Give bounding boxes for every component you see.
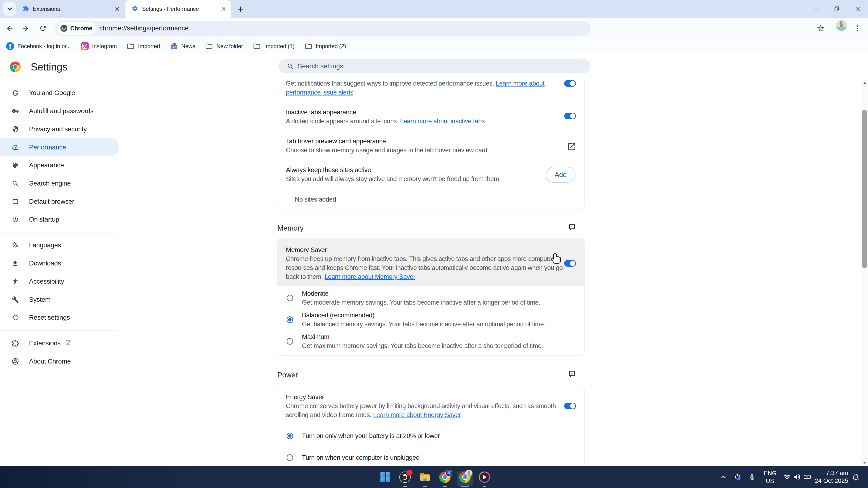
performance-alerts-toggle[interactable]: [564, 80, 576, 87]
settings-header: Settings Search settings: [0, 54, 868, 80]
battery-20-percent-radio[interactable]: [286, 432, 293, 439]
memory-feedback-button[interactable]: [568, 224, 576, 232]
bookmark-imported-1[interactable]: Imported (1): [253, 42, 294, 50]
back-arrow-icon: [6, 24, 14, 32]
search-placeholder: Search settings: [298, 63, 343, 70]
address-bar[interactable]: Chrome chrome://settings/performance: [55, 21, 591, 36]
memory-balanced-radio[interactable]: [286, 316, 293, 323]
bookmark-page-button[interactable]: [816, 24, 825, 33]
back-button[interactable]: [5, 24, 14, 33]
chrome-window: Extensions Settings - Performance: [0, 0, 868, 488]
reset-icon: [12, 314, 19, 321]
maximize-button[interactable]: [827, 0, 847, 18]
tab-settings-performance[interactable]: Settings - Performance: [125, 0, 231, 18]
add-site-button[interactable]: Add: [546, 167, 576, 183]
bookmark-new-folder[interactable]: New folder: [205, 42, 243, 50]
sidebar-item-about-chrome[interactable]: About Chrome: [0, 352, 119, 370]
tab-extensions[interactable]: Extensions: [18, 0, 124, 18]
learn-more-memory-saver-link[interactable]: Learn more about Memory Saver: [324, 273, 415, 280]
learn-more-inactive-tabs-link[interactable]: Learn more about inactive tabs: [400, 118, 485, 125]
tray-wifi-icon-button[interactable]: [783, 473, 791, 481]
power-section-heading: Power: [277, 370, 298, 380]
reload-button[interactable]: [38, 24, 48, 33]
sidebar-item-performance[interactable]: Performance: [0, 138, 119, 156]
learn-more-energy-saver-link[interactable]: Learn more about Energy Saver: [373, 412, 461, 418]
tray-clock[interactable]: 7:37 am 24 Oct 2025: [811, 469, 848, 485]
bookmark-instagram[interactable]: Instagram: [81, 42, 117, 50]
sidebar-item-extensions[interactable]: Extensions: [0, 334, 119, 352]
tab-search-button[interactable]: [3, 2, 16, 16]
radio-description: Get maximum memory savings. Your tabs be…: [302, 341, 543, 350]
page-title: Settings: [31, 54, 67, 80]
sidebar-item-reset-settings[interactable]: Reset settings: [0, 308, 119, 326]
tab-close-icon[interactable]: [219, 4, 228, 14]
forward-button[interactable]: [21, 24, 30, 33]
scrollbar-up-arrow[interactable]: [863, 82, 866, 85]
taskbar-obs-studio[interactable]: [399, 471, 411, 483]
minimize-button[interactable]: [806, 0, 827, 18]
bookmark-imported[interactable]: Imported: [127, 42, 160, 50]
taskbar-chrome-profile-2[interactable]: [459, 471, 470, 483]
folder-icon: [127, 42, 135, 50]
bookmark-facebook[interactable]: Facebook - log in or...: [6, 42, 71, 50]
chrome-logo: [10, 62, 21, 73]
sidebar-item-system[interactable]: System: [0, 290, 119, 308]
tray-sync-icon-button[interactable]: [733, 473, 742, 481]
inactive-tabs-toggle[interactable]: [564, 113, 576, 119]
radio-label: Turn on when your computer is unplugged: [302, 453, 420, 462]
tray-battery-icon-button[interactable]: [803, 473, 812, 481]
profile-avatar[interactable]: [836, 20, 847, 31]
tray-microphone-icon-button[interactable]: [748, 473, 756, 481]
taskbar-media-player[interactable]: [479, 471, 490, 483]
energy-saver-toggle[interactable]: [564, 403, 576, 409]
close-window-button[interactable]: [847, 0, 868, 18]
scrollbar[interactable]: [861, 80, 868, 466]
tab-hover-external-link-button[interactable]: [567, 142, 577, 152]
browser-menu-button[interactable]: [853, 24, 862, 33]
sidebar-divider: [0, 330, 119, 330]
scrollbar-thumb[interactable]: [862, 110, 867, 268]
memory-moderate-radio[interactable]: [286, 295, 293, 301]
sidebar-item-default-browser[interactable]: Default browser: [0, 192, 119, 210]
taskbar-start-button[interactable]: [380, 471, 391, 483]
computer-unplugged-radio[interactable]: [286, 454, 293, 461]
taskbar: ENG US 7:37 am 24 Oct 2025 z: [0, 466, 868, 488]
sidebar-item-privacy[interactable]: Privacy and security: [0, 120, 119, 138]
tray-show-hidden-icons-button[interactable]: [719, 473, 728, 481]
tab-strip: Extensions Settings - Performance: [0, 0, 868, 18]
sidebar-item-languages[interactable]: Languages: [0, 236, 119, 254]
recording-badge: [406, 469, 412, 476]
site-chip[interactable]: Chrome: [57, 22, 96, 35]
taskbar-file-explorer[interactable]: [420, 471, 431, 483]
settings-search-box[interactable]: Search settings: [278, 59, 590, 73]
tray-volume-icon-button[interactable]: [793, 473, 802, 481]
sidebar-item-you-and-google[interactable]: G You and Google: [0, 84, 119, 102]
avatar-image: [836, 20, 847, 31]
sidebar-item-appearance[interactable]: Appearance: [0, 156, 119, 174]
tray-notifications-button[interactable]: z: [851, 473, 860, 481]
tab-close-icon[interactable]: [113, 4, 122, 14]
sidebar-item-accessibility[interactable]: Accessibility: [0, 272, 119, 290]
sidebar-item-on-startup[interactable]: On startup: [0, 210, 119, 228]
translate-icon: [12, 242, 19, 249]
memory-maximum-radio[interactable]: [286, 338, 293, 345]
speedometer-icon: [12, 144, 19, 151]
facebook-icon: [6, 42, 14, 50]
sidebar-item-search-engine[interactable]: Search engine: [0, 174, 119, 192]
chevron-down-icon: [6, 5, 13, 12]
setting-title: Tab hover preview card appearance: [286, 137, 565, 146]
tray-language-indicator[interactable]: ENG US: [764, 469, 776, 485]
memory-saver-toggle[interactable]: [564, 260, 576, 267]
bookmark-label: Imported (1): [264, 43, 294, 50]
power-feedback-button[interactable]: [568, 370, 576, 379]
bookmark-imported-2[interactable]: Imported (2): [305, 42, 346, 50]
bookmark-news[interactable]: News: [170, 42, 195, 50]
chrome-mono-icon: [60, 25, 67, 32]
sidebar-item-downloads[interactable]: Downloads: [0, 254, 119, 272]
taskbar-chrome-profile-1[interactable]: [439, 471, 451, 483]
new-tab-button[interactable]: [235, 4, 246, 14]
feedback-icon: [568, 224, 576, 231]
sidebar-item-autofill[interactable]: Autofill and passwords: [0, 102, 119, 120]
tab-hover-row: Tab hover preview card appearance Choose…: [286, 137, 565, 155]
scrollbar-down-arrow[interactable]: [863, 462, 866, 464]
